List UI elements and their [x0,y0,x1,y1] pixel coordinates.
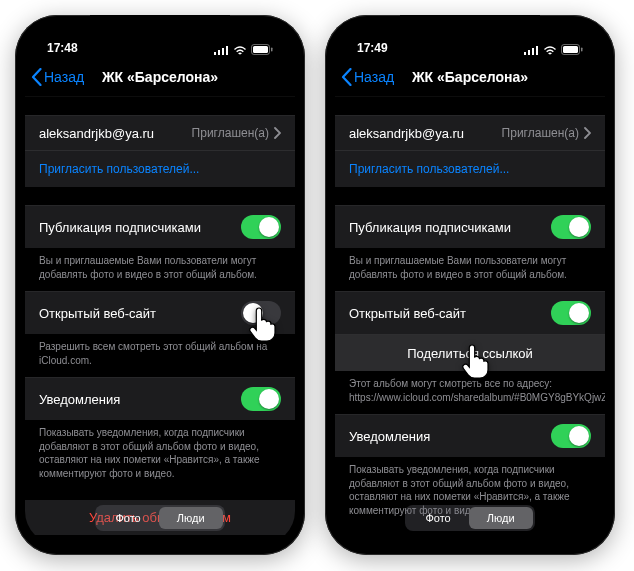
subscriber-status: Приглашен(а) [502,126,579,140]
share-link-button[interactable]: Поделиться ссылкой [335,335,605,371]
invite-label: Пригласить пользователей... [39,162,199,176]
nav-bar: Назад ЖК «Барселона» [25,57,295,97]
svg-rect-2 [222,48,224,55]
back-label: Назад [354,69,394,85]
svg-rect-3 [226,46,228,55]
share-link-label: Поделиться ссылкой [349,346,591,361]
invite-row[interactable]: Пригласить пользователей... [335,151,605,187]
status-icons [214,44,273,55]
status-time: 17:49 [357,41,388,55]
status-icons [524,44,583,55]
wifi-icon [233,45,247,55]
nav-bar: Назад ЖК «Барселона» [335,57,605,97]
svg-rect-10 [536,46,538,55]
back-button[interactable]: Назад [31,68,84,86]
tab-photo[interactable]: Фото [407,507,468,529]
website-footer-text: Этот альбом могут смотреть все по адресу… [349,378,552,389]
publishing-footer: Вы и приглашаемые Вами пользователи могу… [25,248,295,291]
subscriber-row[interactable]: aleksandrjkb@ya.ru Приглашен(а) [25,115,295,151]
svg-rect-12 [563,46,578,53]
svg-rect-0 [214,52,216,55]
chevron-right-icon [274,127,281,139]
website-footer: Разрешить всем смотреть этот общий альбо… [25,334,295,377]
screen: 17:49 Назад ЖК «Барселона» aleksandrjkb@… [335,25,605,545]
chevron-right-icon [584,127,591,139]
bottom-bar: Фото Люди [25,505,295,531]
publishing-label: Публикация подписчиками [39,220,201,235]
svg-rect-6 [271,48,273,52]
publishing-row: Публикация подписчиками [25,205,295,248]
svg-rect-5 [253,46,268,53]
tab-people[interactable]: Люди [159,507,223,529]
settings-list: aleksandrjkb@ya.ru Приглашен(а) Пригласи… [335,97,605,545]
battery-icon [561,44,583,55]
website-label: Открытый веб-сайт [39,306,156,321]
subscriber-email: aleksandrjkb@ya.ru [39,126,154,141]
wifi-icon [543,45,557,55]
publishing-toggle[interactable] [241,215,281,239]
website-toggle[interactable] [551,301,591,325]
website-label: Открытый веб-сайт [349,306,466,321]
notifications-toggle[interactable] [551,424,591,448]
website-toggle[interactable] [241,301,281,325]
bottom-bar: Фото Люди [335,505,605,531]
status-bar: 17:48 [25,25,295,57]
chevron-left-icon [341,68,352,86]
notifications-label: Уведомления [39,392,120,407]
website-row: Открытый веб-сайт [25,291,295,334]
invite-row[interactable]: Пригласить пользователей... [25,151,295,187]
segmented-control: Фото Люди [95,505,224,531]
device-frame: 17:48 Назад ЖК «Барселона» aleksandrjkb@… [15,15,305,555]
subscriber-row[interactable]: aleksandrjkb@ya.ru Приглашен(а) [335,115,605,151]
subscriber-email: aleksandrjkb@ya.ru [349,126,464,141]
settings-list: aleksandrjkb@ya.ru Приглашен(а) Пригласи… [25,97,295,545]
publishing-toggle[interactable] [551,215,591,239]
segmented-control: Фото Люди [405,505,534,531]
website-footer: Этот альбом могут смотреть все по адресу… [335,371,605,414]
screen: 17:48 Назад ЖК «Барселона» aleksandrjkb@… [25,25,295,545]
notifications-row: Уведомления [335,414,605,457]
notifications-row: Уведомления [25,377,295,420]
back-label: Назад [44,69,84,85]
svg-rect-7 [524,52,526,55]
notifications-toggle[interactable] [241,387,281,411]
status-time: 17:48 [47,41,78,55]
publishing-footer: Вы и приглашаемые Вами пользователи могу… [335,248,605,291]
svg-rect-1 [218,50,220,55]
svg-rect-13 [581,48,583,52]
cellular-signal-icon [524,45,539,55]
svg-rect-8 [528,50,530,55]
svg-rect-9 [532,48,534,55]
tab-people[interactable]: Люди [469,507,533,529]
publishing-row: Публикация подписчиками [335,205,605,248]
back-button[interactable]: Назад [341,68,394,86]
device-frame: 17:49 Назад ЖК «Барселона» aleksandrjkb@… [325,15,615,555]
status-bar: 17:49 [335,25,605,57]
website-row: Открытый веб-сайт [335,291,605,335]
notifications-label: Уведомления [349,429,430,444]
subscriber-status: Приглашен(а) [192,126,269,140]
notifications-footer: Показывать уведомления, когда подписчики… [25,420,295,490]
tab-photo[interactable]: Фото [97,507,158,529]
chevron-left-icon [31,68,42,86]
cellular-signal-icon [214,45,229,55]
website-url: https://www.icloud.com/sharedalbum/#B0MG… [349,392,605,403]
invite-label: Пригласить пользователей... [349,162,509,176]
publishing-label: Публикация подписчиками [349,220,511,235]
battery-icon [251,44,273,55]
